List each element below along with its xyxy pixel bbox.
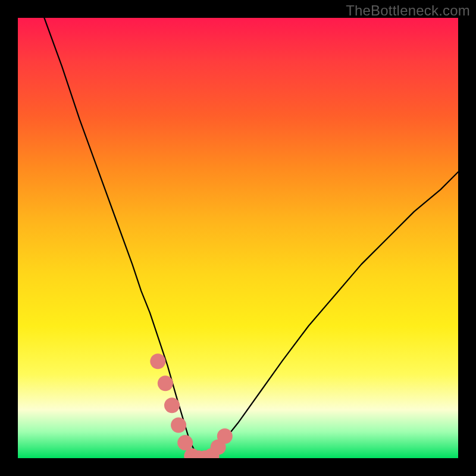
highlight-point bbox=[164, 397, 180, 413]
highlight-point bbox=[217, 428, 233, 444]
highlight-point bbox=[150, 353, 165, 369]
bottleneck-curve bbox=[44, 18, 458, 458]
highlight-point bbox=[158, 375, 173, 391]
plot-area bbox=[18, 18, 458, 458]
highlight-markers bbox=[150, 353, 232, 458]
highlight-point bbox=[171, 418, 186, 433]
curve-layer bbox=[44, 18, 458, 458]
chart-frame: TheBottleneck.com bbox=[0, 0, 476, 476]
highlight-point bbox=[177, 435, 193, 450]
plot-svg bbox=[18, 18, 458, 458]
watermark-text: TheBottleneck.com bbox=[346, 2, 470, 19]
